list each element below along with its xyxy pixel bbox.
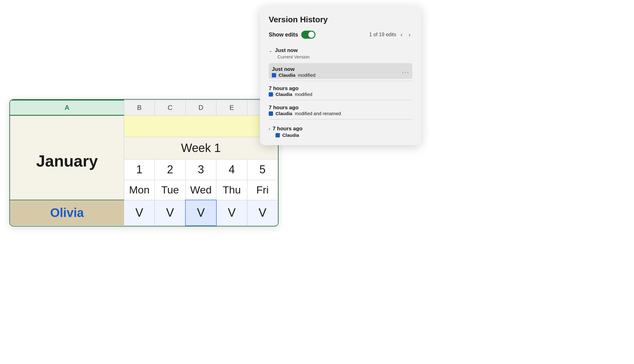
day-name-tue[interactable]: Tue: [155, 180, 185, 200]
entry-1-more-button[interactable]: ···: [402, 68, 409, 76]
show-edits-label: Show edits: [269, 32, 298, 38]
next-edit-button[interactable]: ›: [407, 31, 412, 39]
entry-3-action: modified and renamed: [295, 111, 341, 116]
user-dot-icon-3: [269, 111, 273, 116]
col-header-d[interactable]: D: [185, 100, 216, 115]
chevron-down-icon: ⌄: [269, 48, 272, 53]
user-dot-icon-4: [276, 133, 280, 137]
edits-navigation: 1 of 19 edits ‹ ›: [369, 31, 412, 39]
month-cell: January: [10, 115, 124, 200]
version-history-toolbar: Show edits 1 of 19 edits ‹ ›: [269, 31, 412, 39]
day-num-2[interactable]: 2: [155, 159, 185, 180]
day-num-4[interactable]: 4: [216, 159, 247, 180]
person-label: Olivia: [10, 200, 124, 225]
attendance-2[interactable]: V: [155, 200, 185, 226]
day-name-wed[interactable]: Wed: [185, 180, 216, 200]
entry-2-time: 7 hours ago: [269, 85, 412, 92]
show-edits-control[interactable]: Show edits: [269, 31, 315, 39]
user-dot-icon-2: [269, 92, 273, 97]
show-edits-toggle[interactable]: [301, 31, 315, 39]
entry-4-username: Claudia: [282, 132, 299, 138]
version-entry-2[interactable]: 7 hours ago Claudia modified: [269, 83, 412, 98]
day-num-3[interactable]: 3: [185, 159, 216, 180]
divider-3: [269, 119, 412, 119]
col-header-c[interactable]: C: [155, 100, 185, 115]
entry-2-action: modified: [295, 92, 312, 97]
chevron-right-icon: ›: [269, 126, 270, 131]
entry-3-username: Claudia: [276, 111, 292, 116]
day-num-1[interactable]: 1: [124, 159, 155, 180]
divider-1: [269, 81, 412, 81]
entry-1-action: modified: [298, 72, 315, 78]
day-name-mon[interactable]: Mon: [124, 180, 155, 200]
entry-2-username: Claudia: [276, 92, 292, 97]
col-header-a[interactable]: A: [10, 100, 124, 115]
divider-2: [269, 100, 412, 100]
week-label-cell: Week 1: [124, 137, 278, 159]
attendance-3[interactable]: V: [185, 200, 216, 226]
entry-1-username: Claudia: [279, 72, 295, 78]
attendance-1[interactable]: V: [124, 200, 155, 226]
entry-1-time: Just now: [272, 66, 315, 72]
current-version-time: Just now: [275, 47, 298, 54]
month-label: January: [10, 142, 124, 173]
yellow-merged-cell[interactable]: [124, 115, 278, 137]
edits-counter-label: 1 of 19 edits: [369, 32, 396, 37]
person-cell: Olivia: [10, 200, 124, 226]
day-name-thu[interactable]: Thu: [216, 180, 247, 200]
attendance-4[interactable]: V: [216, 200, 247, 226]
col-header-e[interactable]: E: [216, 100, 247, 115]
day-num-5[interactable]: 5: [247, 159, 278, 180]
version-list: ⌄ Just now Current Version Just now Clau…: [269, 45, 412, 139]
version-entry-1[interactable]: Just now Claudia modified ···: [269, 63, 412, 79]
day-name-fri[interactable]: Fri: [247, 180, 278, 200]
spreadsheet: A B C D E F January Week 1 1: [9, 99, 279, 227]
current-version-label: Current Version: [269, 54, 412, 62]
version-history-title: Version History: [269, 15, 412, 24]
version-entry-3[interactable]: 7 hours ago Claudia modified and renamed: [269, 102, 412, 117]
entry-3-time: 7 hours ago: [269, 105, 412, 111]
col-header-b[interactable]: B: [124, 100, 155, 115]
version-entry-current[interactable]: ⌄ Just now Current Version: [269, 45, 412, 62]
prev-edit-button[interactable]: ‹: [399, 31, 404, 39]
entry-4-time: 7 hours ago: [273, 126, 302, 132]
attendance-5[interactable]: V: [247, 200, 278, 226]
version-history-panel: Version History Show edits 1 of 19 edits…: [260, 6, 421, 145]
user-dot-icon: [272, 73, 276, 77]
version-entry-4[interactable]: › 7 hours ago Claudia: [269, 121, 412, 139]
